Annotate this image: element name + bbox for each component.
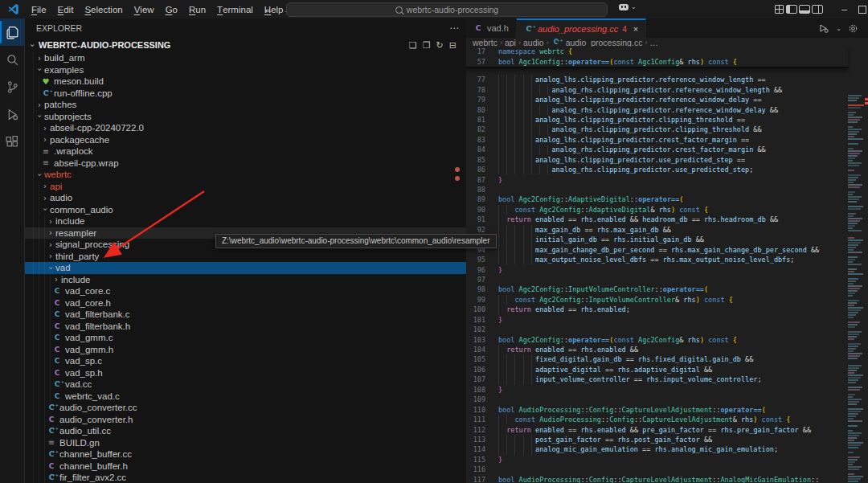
activity-extensions[interactable] [0, 128, 24, 155]
new-file-icon[interactable]: ❏ [409, 40, 417, 51]
tree-item-build_arm[interactable]: ›build_arm [25, 52, 466, 64]
minimap[interactable] [848, 66, 864, 483]
tree-item-vad_core.h[interactable]: Cvad_core.h [25, 297, 466, 309]
tree-item-audio_converter.cc[interactable]: Caudio_converter.cc [25, 402, 466, 414]
menu-edit[interactable]: Edit [52, 0, 80, 18]
new-folder-icon[interactable]: ❐ [423, 40, 431, 51]
list-file-icon: ≡ [41, 147, 51, 156]
run-and-debug-icon [6, 108, 19, 121]
tree-item-label: vad_sp.c [64, 356, 102, 366]
run-or-debug-icon[interactable] [818, 23, 829, 34]
activity-search[interactable] [0, 46, 24, 73]
breadcrumb-item[interactable]: audio [523, 38, 544, 47]
tab-vad-h[interactable]: C vad.h [466, 18, 517, 38]
tree-item-abseil-cpp-20240722.0[interactable]: ›abseil-cpp-20240722.0 [25, 122, 466, 134]
tree-item-include[interactable]: ›include [25, 215, 466, 227]
tree-item-label: vad_sp.h [64, 368, 103, 378]
vscode-window: FileEditSelectionViewGoRunTerminalHelp ←… [0, 0, 868, 483]
tree-item-audio_converter.h[interactable]: Caudio_converter.h [25, 414, 466, 426]
tree-item-vad_sp.c[interactable]: Cvad_sp.c [25, 355, 466, 367]
vscode-logo-icon [7, 3, 19, 15]
tree-item-include[interactable]: ›include [25, 274, 466, 286]
toggle-panel-icon[interactable] [798, 5, 811, 14]
tree-item-packagecache[interactable]: ›packagecache [25, 134, 466, 146]
explorer-root-folder[interactable]: › WEBRTC-AUDIO-PROCESSING ❏❐↻⊟ [25, 38, 466, 52]
more-actions-icon[interactable]: ⋯ [449, 23, 460, 34]
cc-file-icon: C [52, 380, 62, 388]
collapse-folders-icon[interactable]: ⊟ [449, 40, 457, 51]
tree-item-channel_buffer.cc[interactable]: Cchannel_buffer.cc [25, 448, 466, 460]
tree-item-webrtc_vad.c[interactable]: Cwebrtc_vad.c [25, 391, 466, 403]
tree-item-vad_filterbank.h[interactable]: Cvad_filterbank.h [25, 321, 466, 333]
tree-item-abseil-cpp.wrap[interactable]: ≡abseil-cpp.wrap [25, 158, 466, 170]
tree-item-vad_gmm.c[interactable]: Cvad_gmm.c [25, 332, 466, 344]
code-line-98: 98bool Agc2Config::InputVolumeController… [466, 284, 848, 294]
tree-item-meson.build[interactable]: ♥meson.build [25, 76, 466, 88]
menu-go[interactable]: Go [160, 0, 183, 18]
tree-item-patches[interactable]: ›patches [25, 99, 466, 111]
menu-file[interactable]: File [26, 0, 52, 18]
activity-explorer[interactable] [0, 18, 24, 46]
toggle-primary-sidebar-icon[interactable] [785, 5, 798, 14]
source-control-branch-icon [6, 80, 19, 94]
code-line-91: 91return enabled == rhs.enabled && headr… [466, 215, 848, 224]
tree-item-api[interactable]: ›api [25, 181, 466, 193]
refresh-explorer-icon[interactable]: ↻ [436, 40, 444, 51]
tree-item-audio[interactable]: ›audio [25, 192, 466, 204]
breadcrumb[interactable]: webrtc›api›audio›Caudio_processing.cc›… [466, 38, 868, 47]
breadcrumb-item[interactable]: audio_processing.cc [566, 38, 643, 47]
tree-item-label: examples [43, 65, 84, 75]
minimize-button[interactable]: – [841, 4, 847, 15]
customize-layout-icon[interactable] [772, 5, 785, 14]
tree-item-BUILD.gn[interactable]: ≡BUILD.gn [25, 437, 466, 449]
breadcrumb-separator: › [518, 39, 521, 47]
code-line-57: 57bool Agc1Config::operator==(const Agc1… [466, 56, 848, 66]
restore-button[interactable] [858, 6, 866, 14]
toggle-secondary-sidebar-icon[interactable] [811, 5, 824, 14]
tree-item-label: patches [43, 100, 76, 109]
command-center-search[interactable]: webrtc-audio-processing [286, 2, 608, 17]
root-folder-label: WEBRTC-AUDIO-PROCESSING [39, 40, 170, 50]
menu-selection[interactable]: Selection [79, 0, 128, 18]
breadcrumb-item[interactable]: api [505, 38, 516, 47]
line-number: 82 [466, 125, 485, 133]
tree-item-audio_util.cc[interactable]: Caudio_util.cc [25, 425, 466, 437]
activity-source-control[interactable] [0, 73, 24, 100]
tree-item-examples[interactable]: ›examples [25, 64, 466, 76]
chevron-down-icon[interactable]: ⌄ [836, 25, 841, 32]
code-line-96: 96} [466, 264, 848, 274]
tree-item-vad_filterbank.c[interactable]: Cvad_filterbank.c [25, 309, 466, 321]
tree-item-label: run-offline.cpp [53, 88, 113, 98]
tab-audio-processing-cc[interactable]: C audio_processing.cc 4 × [517, 18, 646, 38]
menu-view[interactable]: View [129, 0, 160, 18]
code-editor[interactable]: 17namespace webrtc {57bool Agc1Config::o… [466, 47, 868, 483]
tree-item-.wraplock[interactable]: ≡.wraplock [25, 145, 466, 158]
tree-item-label: BUILD.gn [59, 438, 100, 448]
breadcrumb-item[interactable]: … [649, 38, 658, 47]
menu-terminal[interactable]: Terminal [211, 0, 259, 18]
tree-item-third_party[interactable]: ›third_party [25, 251, 466, 263]
tree-item-common_audio[interactable]: ›common_audio [25, 204, 466, 216]
close-icon[interactable]: × [633, 24, 638, 34]
tree-item-vad_gmm.h[interactable]: Cvad_gmm.h [25, 344, 466, 356]
tree-item-channel_buffer.h[interactable]: Cchannel_buffer.h [25, 460, 466, 473]
tree-item-label: audio_util.cc [59, 426, 111, 436]
tree-item-label: audio_converter.h [59, 415, 133, 424]
activity-run-debug[interactable] [0, 100, 24, 128]
back-arrow-icon[interactable]: ← [264, 4, 273, 15]
gear-icon[interactable] [848, 23, 858, 34]
menu-run[interactable]: Run [183, 0, 211, 18]
tree-item-fir_filter_avx2.cc[interactable]: Cfir_filter_avx2.cc [25, 472, 466, 483]
tree-item-vad_sp.h[interactable]: Cvad_sp.h [25, 367, 466, 379]
cc-file-icon: C [47, 450, 56, 458]
tree-item-run-offline.cpp[interactable]: Crun-offline.cpp [25, 88, 466, 100]
tree-item-label: webrtc_vad.c [64, 391, 120, 401]
line-number: 106 [466, 366, 485, 374]
tree-item-subprojects[interactable]: ›subprojects [25, 111, 466, 123]
tree-item-webrtc[interactable]: ›webrtc [25, 169, 466, 181]
tree-item-vad_core.c[interactable]: Cvad_core.c [25, 285, 466, 297]
copilot-menu[interactable]: ⌄ [619, 3, 637, 10]
tree-item-vad[interactable]: ›vad [25, 262, 466, 274]
breadcrumb-item[interactable]: webrtc [473, 38, 497, 47]
tree-item-vad.cc[interactable]: Cvad.cc [25, 379, 466, 391]
